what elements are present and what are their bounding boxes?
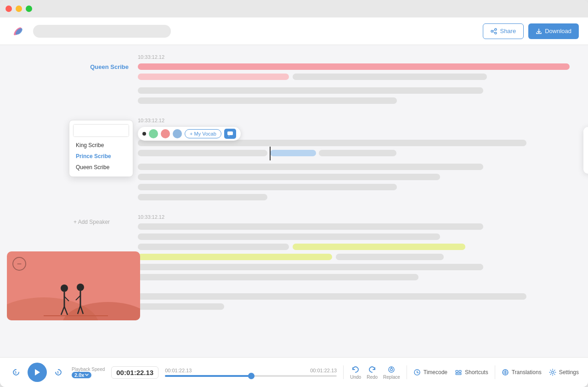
timestamp-3: 10:33:12.12 <box>138 214 570 220</box>
translations-label: Translations <box>512 369 542 376</box>
speaker-dropdown: + King Scribe Prince Scribe Queen Scribe <box>69 120 133 177</box>
separator-2 <box>407 365 407 379</box>
transcript-block-2: 10:33:12.12 + King Scribe Prince Scribe … <box>138 118 570 200</box>
speaker-option-queen[interactable]: Queen Scribe <box>73 162 129 173</box>
transcript-block-3: 10:33:12.12 + Add Speaker <box>138 214 570 310</box>
undo-button[interactable]: Undo <box>350 365 361 380</box>
svg-rect-5 <box>227 131 233 135</box>
svg-rect-28 <box>456 373 461 375</box>
header: Share Download <box>0 17 588 45</box>
shortcuts-label: Shortcuts <box>465 369 488 376</box>
vocab-button[interactable]: + My Vocab <box>185 129 221 138</box>
progress-thumb[interactable] <box>248 373 254 379</box>
time-start: 00:01:22.13 <box>165 368 192 373</box>
text-line <box>138 174 440 180</box>
download-label: Download <box>545 28 571 34</box>
app-window: Share Download 10:33:12.12 Queen Scribe <box>0 0 588 387</box>
close-button[interactable] <box>6 6 12 12</box>
text-line <box>138 264 483 270</box>
svg-point-9 <box>61 285 68 292</box>
shortcuts-button[interactable]: Shortcuts <box>455 369 488 376</box>
speaker-search-row[interactable]: + <box>73 124 129 137</box>
titlebar <box>0 0 588 17</box>
text-line <box>138 140 526 146</box>
text-line <box>138 223 483 230</box>
text-line <box>138 184 397 190</box>
separator <box>343 365 344 379</box>
editor: 10:33:12.12 Queen Scribe 10:33:12.12 + <box>0 45 588 357</box>
undo-redo-controls: Undo Redo Replace <box>350 365 400 380</box>
separator-3 <box>495 365 495 379</box>
time-end: 00:01:22.13 <box>310 368 337 373</box>
speaker-option-prince[interactable]: Prince Scribe <box>73 151 129 162</box>
minimize-button[interactable] <box>16 6 22 12</box>
speaker-queen[interactable]: Queen Scribe <box>74 63 129 70</box>
progress-bar[interactable] <box>165 375 337 377</box>
svg-point-32 <box>551 371 554 374</box>
share-label: Share <box>500 28 516 34</box>
text-line <box>138 293 526 300</box>
redo-button[interactable]: Redo <box>367 365 378 380</box>
svg-line-3 <box>493 30 495 31</box>
logo <box>9 23 26 40</box>
search-bar-container <box>33 25 171 38</box>
document-title-bar <box>33 25 171 38</box>
play-button[interactable] <box>28 363 47 382</box>
translations-button[interactable]: Translations <box>502 369 542 376</box>
text-line <box>138 303 224 310</box>
speaker-search-input[interactable] <box>74 125 129 137</box>
svg-point-14 <box>77 284 84 291</box>
download-button[interactable]: Download <box>528 23 579 39</box>
settings-button[interactable]: Settings <box>549 369 579 376</box>
text-line <box>138 274 418 280</box>
speed-badge[interactable]: 2.0x <box>72 372 91 378</box>
speed-value: 2.0x <box>74 372 84 378</box>
color-green-button[interactable] <box>149 129 158 138</box>
timecode-display: 00:01:22.13 <box>111 366 158 379</box>
add-speaker-button[interactable]: + Add Speaker <box>74 219 110 225</box>
maximize-button[interactable] <box>26 6 32 12</box>
svg-text:5: 5 <box>15 371 17 374</box>
replace-label: Replace <box>383 375 400 380</box>
header-actions: Share Download <box>483 23 579 39</box>
svg-rect-27 <box>459 370 461 372</box>
text-line <box>138 164 483 170</box>
settings-label: Settings <box>559 369 579 376</box>
text-line <box>138 87 483 94</box>
forward-button[interactable]: 5 <box>51 365 65 379</box>
playback-bar: 5 5 Playback Speed 2.0x <box>0 357 588 387</box>
redo-label: Redo <box>367 375 378 380</box>
color-red-button[interactable] <box>161 129 170 138</box>
color-blue-button[interactable] <box>173 129 182 138</box>
replace-button[interactable]: Replace <box>383 365 400 380</box>
comment-bubble <box>583 127 588 174</box>
svg-text:5: 5 <box>57 371 59 374</box>
main-content: 10:33:12.12 Queen Scribe 10:33:12.12 + <box>0 45 588 357</box>
undo-label: Undo <box>350 375 361 380</box>
svg-point-2 <box>495 32 497 34</box>
rewind-button[interactable]: 5 <box>9 365 23 379</box>
timestamp-1: 10:33:12.12 <box>138 54 570 60</box>
playback-controls: 5 5 <box>9 363 65 382</box>
video-preview: − <box>7 251 140 320</box>
speed-control: Playback Speed 2.0x <box>72 367 105 378</box>
text-line <box>138 63 570 70</box>
svg-point-23 <box>390 368 393 370</box>
timecode-button[interactable]: Timecode <box>413 369 447 376</box>
speed-label: Playback Speed <box>72 367 105 372</box>
comment-button[interactable] <box>224 129 236 139</box>
svg-point-0 <box>495 28 497 30</box>
text-line <box>138 233 440 240</box>
transcript-block-1: 10:33:12.12 Queen Scribe <box>138 54 570 104</box>
timestamp-2: 10:33:12.12 <box>138 118 570 123</box>
text-line <box>138 97 397 104</box>
svg-line-4 <box>493 32 495 33</box>
progress-fill <box>165 375 254 377</box>
svg-rect-26 <box>456 370 458 372</box>
svg-point-1 <box>491 30 493 32</box>
format-toolbar: + My Vocab <box>138 127 241 141</box>
text-line <box>138 194 267 200</box>
timecode-label: Timecode <box>424 369 447 376</box>
share-button[interactable]: Share <box>483 23 524 39</box>
speaker-option-king[interactable]: King Scribe <box>73 140 129 151</box>
